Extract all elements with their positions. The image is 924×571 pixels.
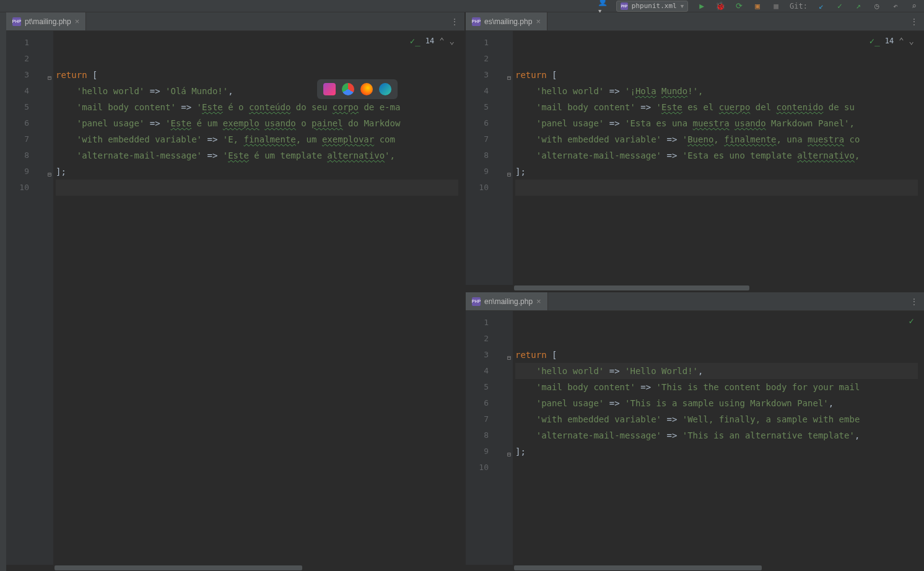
editor-inspection-status[interactable]: ✓̲ 14 ⌃ ⌄ — [867, 35, 917, 47]
vertical-scrollbar[interactable] — [918, 311, 924, 559]
phpstorm-icon[interactable] — [323, 83, 336, 95]
tab-pt-mailing[interactable]: PHP pt\mailing.php × — [6, 12, 86, 30]
gutter[interactable]: 123⊟456789⊟10 — [6, 31, 53, 565]
horizontal-scrollbar[interactable] — [466, 285, 924, 291]
close-icon[interactable]: × — [536, 297, 541, 306]
problems-count: 14 — [425, 37, 434, 45]
search-icon[interactable]: ⌕ — [909, 1, 919, 11]
editor-pane-en: PHP en\mailing.php × ⋮ ✓ 123⊟456789⊟10 r… — [466, 292, 924, 571]
php-icon: PHP — [472, 17, 481, 26]
tab-es-mailing[interactable]: PHP es\mailing.php × — [466, 12, 547, 30]
editor-pane-pt: PHP pt\mailing.php × ⋮ ✓̲ 14 ⌃ ⌄ 123⊟456… — [6, 12, 464, 571]
git-commit-icon[interactable]: ✓ — [835, 1, 845, 11]
edge-icon[interactable] — [379, 83, 391, 95]
gutter[interactable]: 123⊟456789⊟10 — [466, 31, 513, 285]
tab-label: pt\mailing.php — [25, 17, 71, 26]
git-label: Git: — [790, 2, 808, 11]
stop-icon[interactable]: ■ — [771, 1, 781, 11]
git-history-icon[interactable]: ◷ — [872, 1, 882, 11]
php-icon: PHP — [12, 17, 21, 26]
nav-up-icon[interactable]: ⌃ — [899, 36, 904, 46]
nav-up-icon[interactable]: ⌃ — [439, 36, 444, 46]
check-icon: ✓̲ — [410, 36, 421, 46]
tool-window-strip-left[interactable] — [0, 12, 6, 571]
debug-icon[interactable]: 🐞 — [715, 1, 725, 11]
run-icon[interactable]: ▶ — [697, 1, 707, 11]
code-area[interactable]: return [ 'hello world' => '¡Hola Mundo!'… — [513, 31, 924, 285]
horizontal-scrollbar[interactable] — [6, 565, 464, 571]
php-icon: PHP — [621, 2, 628, 10]
git-update-icon[interactable]: ↙ — [816, 1, 826, 11]
php-icon: PHP — [472, 297, 481, 306]
editor-pane-es: PHP es\mailing.php × ⋮ ✓̲ 14 ⌃ ⌄ 123⊟456… — [466, 12, 924, 291]
more-icon[interactable]: ⋮ — [444, 17, 464, 27]
check-icon: ✓̲ — [870, 36, 880, 46]
tab-label: en\mailing.php — [484, 297, 533, 306]
chevron-down-icon: ▼ — [681, 3, 684, 9]
run-config-selector[interactable]: PHP phpunit.xml ▼ — [616, 1, 688, 12]
user-icon[interactable]: 👤▾ — [598, 1, 608, 11]
code-area[interactable]: return [ 'hello world' => 'Hello World!'… — [513, 311, 924, 565]
browser-preview-bar — [317, 79, 398, 99]
run-config-label: phpunit.xml — [632, 2, 677, 10]
editor-inspection-status[interactable]: ✓ — [907, 315, 917, 327]
tab-label: es\mailing.php — [484, 17, 532, 26]
close-icon[interactable]: × — [75, 17, 80, 26]
vertical-scrollbar[interactable] — [458, 31, 464, 559]
nav-down-icon[interactable]: ⌄ — [450, 36, 455, 46]
more-icon[interactable]: ⋮ — [904, 17, 924, 27]
editor-inspection-status[interactable]: ✓̲ 14 ⌃ ⌄ — [408, 35, 457, 47]
problems-count: 14 — [885, 37, 894, 45]
chrome-icon[interactable] — [342, 83, 354, 95]
coverage-icon[interactable]: ⟳ — [734, 1, 744, 11]
check-icon: ✓ — [909, 316, 914, 326]
profiler-icon[interactable]: ▣ — [752, 1, 762, 11]
git-rollback-icon[interactable]: ↶ — [891, 1, 900, 11]
vertical-scrollbar[interactable] — [918, 31, 924, 279]
firefox-icon[interactable] — [360, 83, 373, 95]
gutter[interactable]: 123⊟456789⊟10 — [466, 311, 513, 565]
git-push-icon[interactable]: ↗ — [853, 1, 863, 11]
nav-down-icon[interactable]: ⌄ — [909, 36, 914, 46]
tab-en-mailing[interactable]: PHP en\mailing.php × — [466, 292, 548, 310]
code-area[interactable]: return [ 'hello world' => 'Olá Mundo!', … — [53, 31, 464, 565]
main-toolbar: 👤▾ PHP phpunit.xml ▼ ▶ 🐞 ⟳ ▣ ■ Git: ↙ ✓ … — [0, 0, 924, 12]
close-icon[interactable]: × — [536, 17, 541, 26]
more-icon[interactable]: ⋮ — [904, 297, 924, 307]
horizontal-scrollbar[interactable] — [466, 565, 924, 571]
